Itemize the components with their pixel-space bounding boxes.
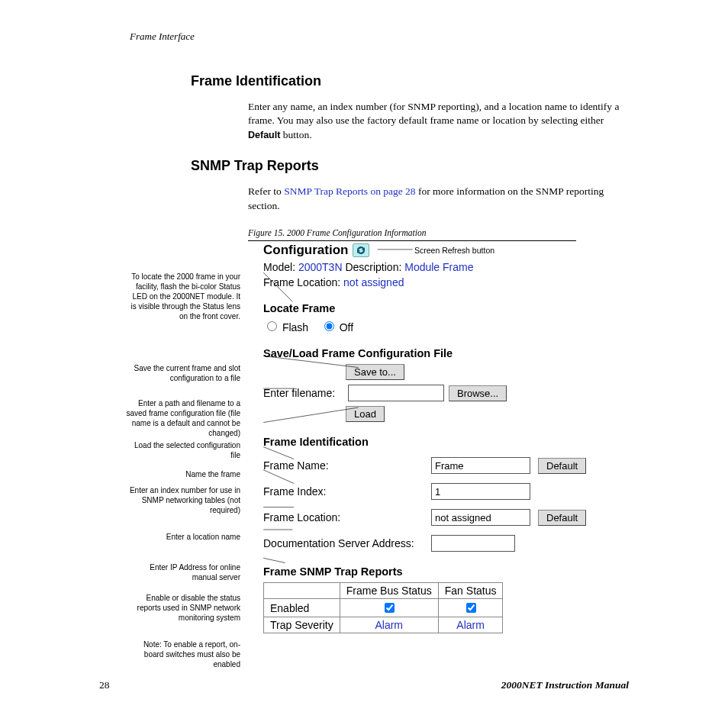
annot-location: Enter a location name: [166, 532, 240, 542]
row-trap-label: Trap Severity: [264, 617, 340, 633]
snmp-paragraph: Refer to SNMP Trap Reports on page 28 fo…: [248, 185, 629, 214]
frame-id-heading: Frame Identification: [263, 436, 614, 448]
refresh-button-callout: Screen Refresh button: [414, 246, 494, 255]
radio-off-label: Off: [340, 321, 353, 333]
frame-location-default-button[interactable]: Default: [538, 510, 586, 526]
annot-docsrv: Enter IP Address for online manual serve…: [126, 562, 240, 582]
fan-enabled-checkbox[interactable]: [466, 603, 476, 613]
frame-index-label: Frame Index:: [263, 485, 424, 498]
figure-rule: [248, 240, 576, 241]
config-heading: Configuration: [263, 243, 369, 258]
body-text: Refer to: [248, 185, 284, 197]
doc-server-input[interactable]: [431, 535, 515, 552]
annot-note: Note: To enable a report, on-board switc…: [126, 639, 240, 669]
desc-value: Module Frame: [404, 261, 473, 273]
save-to-button[interactable]: Save to...: [346, 364, 404, 380]
refresh-icon[interactable]: [353, 243, 369, 257]
annot-name: Name the frame: [185, 469, 240, 479]
frame-name-default-button[interactable]: Default: [538, 458, 586, 474]
section-title-snmp: SNMP Trap Reports: [191, 158, 629, 174]
default-literal: Default: [248, 130, 280, 140]
annot-locate: To locate the 2000 frame in your facilit…: [126, 272, 240, 321]
frame-name-label: Frame Name:: [263, 459, 424, 472]
bus-enabled-checkbox[interactable]: [385, 603, 395, 613]
page-header: Frame Interface: [130, 31, 629, 43]
frame-loc-value: not assigned: [343, 276, 404, 288]
annot-index: Enter an index number for use in SNMP ne…: [126, 485, 240, 515]
frame-name-input[interactable]: [431, 457, 530, 474]
bus-trap-severity[interactable]: Alarm: [340, 617, 438, 633]
doc-server-label: Documentation Server Address:: [263, 537, 424, 549]
radio-flash[interactable]: Flash: [263, 319, 308, 333]
saveload-heading: Save/Load Frame Configuration File: [263, 347, 614, 359]
filename-input[interactable]: [348, 385, 444, 401]
model-label: Model:: [263, 261, 295, 273]
snmp-reports-heading: Frame SNMP Trap Reports: [263, 565, 614, 578]
radio-flash-label: Flash: [282, 321, 308, 333]
enter-filename-label: Enter filename:: [263, 387, 343, 399]
desc-label: Description:: [345, 261, 401, 273]
section-title-frame-id: Frame Identification: [191, 73, 629, 89]
manual-title: 2000NET Instruction Manual: [501, 679, 629, 691]
browse-button[interactable]: Browse...: [449, 385, 507, 401]
radio-off[interactable]: Off: [321, 319, 353, 333]
th-empty: [264, 583, 340, 599]
frame-id-paragraph: Enter any name, an index number (for SNM…: [248, 100, 629, 143]
row-enabled-label: Enabled: [264, 599, 340, 617]
frame-location-input[interactable]: [431, 509, 530, 526]
annot-save: Save the current frame and slot configur…: [126, 363, 240, 383]
body-text: Enter any name, an index number (for SNM…: [248, 101, 619, 127]
figure-caption: Figure 15. 2000 Frame Configuration Info…: [248, 228, 629, 237]
table-row: Enabled: [264, 599, 503, 617]
config-title: Configuration: [263, 243, 348, 258]
fan-trap-severity[interactable]: Alarm: [438, 617, 503, 633]
page-number: 28: [99, 679, 110, 691]
frame-location-label: Frame Location:: [263, 511, 424, 523]
xref-snmp-trap-reports[interactable]: SNMP Trap Reports on page 28: [284, 185, 415, 197]
th-fan: Fan Status: [438, 583, 503, 599]
annot-snmp: Enable or disable the status reports use…: [126, 593, 240, 623]
model-value: 2000T3N: [298, 261, 343, 273]
snmp-table: Frame Bus Status Fan Status Enabled Trap…: [263, 582, 503, 633]
table-row: Frame Bus Status Fan Status: [264, 583, 503, 599]
body-text: button.: [280, 129, 311, 140]
annot-load: Load the selected configuration file: [126, 440, 240, 460]
locate-frame-heading: Locate Frame: [263, 302, 614, 314]
frame-loc-label: Frame Location:: [263, 276, 340, 288]
th-bus: Frame Bus Status: [340, 583, 438, 599]
frame-index-input[interactable]: [431, 483, 530, 500]
table-row: Trap Severity Alarm Alarm: [264, 617, 503, 633]
load-button[interactable]: Load: [346, 406, 385, 422]
annot-filename: Enter a path and filename to a saved fra…: [126, 398, 240, 438]
